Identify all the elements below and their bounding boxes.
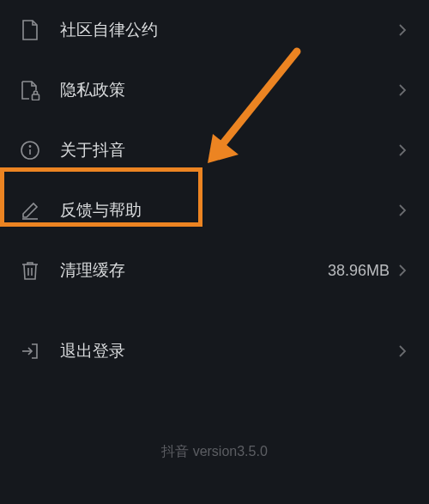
menu-item-privacy-policy[interactable]: 隐私政策	[0, 60, 429, 120]
chevron-right-icon	[398, 23, 407, 37]
menu-item-logout[interactable]: 退出登录	[0, 321, 429, 381]
trash-icon	[17, 258, 43, 283]
edit-icon	[17, 197, 43, 223]
menu-item-label: 社区自律公约	[60, 19, 398, 41]
cache-size-value: 38.96MB	[328, 262, 390, 280]
info-icon	[17, 137, 43, 163]
svg-rect-0	[33, 94, 39, 100]
version-footer: 抖音 version3.5.0	[0, 443, 429, 461]
menu-item-label: 清理缓存	[60, 259, 328, 282]
chevron-right-icon	[398, 143, 407, 157]
menu-item-label: 隐私政策	[60, 79, 398, 101]
chevron-right-icon	[398, 203, 407, 217]
svg-point-2	[29, 146, 30, 147]
menu-item-label: 反馈与帮助	[60, 199, 398, 222]
lock-document-icon	[17, 77, 43, 103]
menu-item-label: 关于抖音	[60, 139, 398, 161]
document-icon	[17, 17, 43, 43]
chevron-right-icon	[398, 83, 407, 97]
settings-menu: 社区自律公约 隐私政策 关于抖音	[0, 0, 429, 381]
menu-item-clear-cache[interactable]: 清理缓存 38.96MB	[0, 240, 429, 301]
chevron-right-icon	[398, 344, 407, 358]
menu-item-feedback-help[interactable]: 反馈与帮助	[0, 180, 429, 240]
chevron-right-icon	[398, 264, 407, 277]
menu-item-label: 退出登录	[60, 340, 398, 362]
menu-item-about[interactable]: 关于抖音	[0, 120, 429, 180]
menu-item-community-pact[interactable]: 社区自律公约	[0, 0, 429, 60]
logout-icon	[17, 338, 43, 364]
